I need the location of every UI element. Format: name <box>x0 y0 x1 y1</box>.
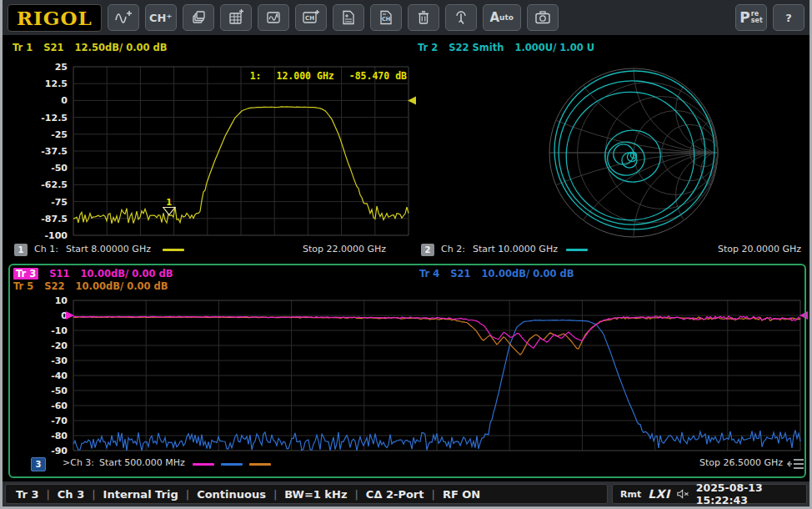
tr1-header[interactable]: Tr 1S2112.50dB/ 0.00 dB <box>13 42 168 53</box>
ch3-start[interactable]: Start 500.000 MHz <box>99 457 185 468</box>
status-item[interactable]: Internal Trig <box>103 488 178 501</box>
remote-indicator: Rmt <box>620 489 641 500</box>
status-right: Rmt LXI 2025-08-13 15:22:43 <box>612 484 807 504</box>
ch2-start[interactable]: Start 10.0000 GHz <box>473 244 558 254</box>
tr4-swatch <box>221 463 243 466</box>
tr4-header[interactable]: Tr 4S2110.00dB/ 0.00 dB <box>419 268 574 280</box>
tr3-swatch <box>193 463 214 466</box>
tr3-header[interactable]: Tr 3 S11 10.00dB/ 0.00 dB <box>13 268 173 280</box>
datetime: 2025-08-13 15:22:43 <box>696 481 799 506</box>
tr2-swatch <box>566 249 588 251</box>
status-separator: | <box>432 488 435 501</box>
status-separator: | <box>273 488 277 501</box>
tr5-swatch <box>249 463 271 466</box>
ch2-window[interactable] <box>413 37 809 259</box>
tr5-header[interactable]: Tr 5S2210.00dB/ 0.00 dB <box>13 280 168 292</box>
tr2-header[interactable]: Tr 2S22 Smith1.000U/ 1.00 U <box>418 42 594 53</box>
ch1-label: Ch 1: <box>34 244 58 254</box>
status-item[interactable]: BW=1 kHz <box>284 488 347 501</box>
status-item[interactable]: RF ON <box>443 488 480 501</box>
ch2-stop[interactable]: Stop 20.0000 GHz <box>686 244 801 254</box>
status-bar: Tr 3|Ch 3|Internal Trig|Continuous|BW=1 … <box>3 481 809 506</box>
ch3-stop[interactable]: Stop 26.5000 GHz <box>661 457 783 468</box>
vna-screen: RIGOL CH⁺ <box>0 0 812 509</box>
ch2-badge[interactable]: 2 <box>421 244 434 256</box>
status-separator: | <box>354 488 358 501</box>
speaker-mute-icon <box>677 488 689 500</box>
ch3-badge[interactable]: 3 <box>31 457 46 471</box>
ch1-start[interactable]: Start 8.00000 GHz <box>66 244 151 254</box>
ch1-stop[interactable]: Stop 22.0000 GHz <box>278 244 386 254</box>
status-separator: | <box>186 488 189 501</box>
ch2-label: Ch 2: <box>441 244 465 254</box>
tr3-chip[interactable]: Tr 3 <box>13 268 38 280</box>
ch3-label: >Ch 3: <box>63 457 94 468</box>
status-item[interactable]: Tr 3 <box>16 488 38 501</box>
status-separator: | <box>46 488 49 501</box>
status-item[interactable]: Ch 3 <box>58 488 84 501</box>
lxi-indicator: LXI <box>648 487 669 501</box>
ch1-badge[interactable]: 1 <box>14 244 28 256</box>
status-item[interactable]: Continuous <box>197 488 266 501</box>
status-item[interactable]: CΔ 2-Port <box>366 488 424 501</box>
status-left: Tr 3|Ch 3|Internal Trig|Continuous|BW=1 … <box>5 484 608 504</box>
marker1-readout: 1:12.000 GHz-85.470 dB <box>228 70 407 82</box>
menu-expand-icon[interactable] <box>787 457 805 471</box>
status-separator: | <box>92 488 95 501</box>
tr1-swatch <box>163 249 184 251</box>
ch3-window[interactable] <box>8 264 806 478</box>
